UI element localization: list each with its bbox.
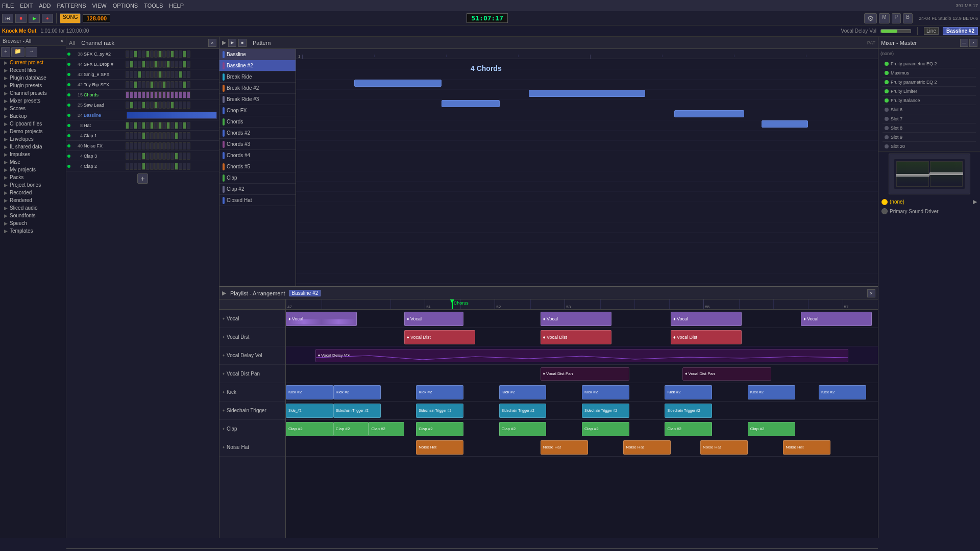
mixer-fx-slot8[interactable]: Slot 8 [883,123,976,133]
sidebar-item-misc[interactable]: ▶ Misc [0,158,66,166]
sidebar-item-clipboard[interactable]: ▶ Clipboard files [0,120,66,128]
piano-note[interactable] [529,90,645,97]
clip-sidechain-3[interactable]: Sidechain Trigger #2 [416,404,463,418]
clip-vocal-dist-pan[interactable]: ♦ Vocal Dist Pan [541,367,629,381]
menu-add[interactable]: ADD [39,3,51,9]
sidebar-item-sliced-audio[interactable]: ▶ Sliced audio [0,204,66,212]
menu-file[interactable]: FILE [2,3,14,9]
track-label-noise-hat[interactable]: ♦ Noise Hat [219,438,285,457]
clip-kick-6[interactable]: Kick #2 [665,385,712,399]
clip-noise-hat[interactable]: Noise Hat [416,440,463,455]
clip-vocal-dist[interactable]: ♦ Vocal Dist [404,330,475,344]
clip-clap-6[interactable]: Clap #2 [582,422,629,436]
clip-vocal-2[interactable]: ♦ Vocal [404,312,463,326]
clip-vocal[interactable]: ♦ Vocal [286,312,357,326]
sidebar-item-recent-files[interactable]: ▶ Recent files [0,66,66,74]
channel-led[interactable] [67,144,70,147]
clip-noise-hat-3[interactable]: Noise Hat [623,440,671,455]
track-label-sidechain[interactable]: ♦ Sidechain Trigger [219,402,285,420]
mixer-fx-slot9[interactable]: Slot 9 [883,133,976,142]
clip-vocal-delay[interactable]: ♦ Vocal Delay Vol [315,349,848,362]
channel-led[interactable] [67,104,70,107]
channel-led[interactable] [67,73,70,76]
menu-tools[interactable]: TOOLS [144,3,163,9]
mixer-close[interactable]: × [969,39,977,47]
sidebar-item-packs[interactable]: ▶ Packs [0,173,66,181]
current-pattern[interactable]: Bassline #2 [943,27,978,35]
output-arrow[interactable]: ▶ [973,198,977,205]
mixer-fx-fruity-limiter[interactable]: Fruity Limiter [883,87,976,96]
channel-led[interactable] [67,155,70,158]
piano-note[interactable] [354,80,442,87]
clip-kick-3[interactable]: Kick #2 [416,385,463,399]
channel-name[interactable]: SFX C..sy #2 [84,52,125,57]
piano-roll-button[interactable]: P [892,13,901,23]
sidebar-item-scores[interactable]: ▶ Scores [0,105,66,112]
clip-sidechain-2[interactable]: Sidechain Trigger #2 [333,404,381,418]
browser-arrow-btn[interactable]: → [26,47,37,57]
line-mode[interactable]: Line [924,27,939,35]
track-label-vocal[interactable]: ♦ Vocal [219,310,285,328]
sidebar-item-il-shared[interactable]: ▶ IL shared data [0,143,66,151]
clip-kick-7[interactable]: Kick #2 [748,385,795,399]
browser-add-btn[interactable]: + [1,47,10,57]
channel-led[interactable] [67,53,70,56]
clip-clap-4[interactable]: Clap #2 [416,422,463,436]
sidebar-item-impulses[interactable]: ▶ Impulses [0,151,66,158]
track-label-clap[interactable]: ♦ Clap [219,420,285,438]
pattern-item-chords4[interactable]: Chords #4 [219,150,296,161]
clip-clap-2[interactable]: Clap #2 [333,422,369,436]
mixer-fx-fruity-eq-2b[interactable]: Fruity parametric EQ 2 [883,78,976,87]
clip-clap-7[interactable]: Clap #2 [665,422,712,436]
pattern-item-chords5[interactable]: Chords #5 [219,161,296,172]
pattern-item-break-ride[interactable]: Break Ride [219,71,296,83]
record-button[interactable]: ● [42,14,53,23]
pattern-item-clap[interactable]: Clap [219,172,296,184]
mixer-fx-slot20[interactable]: Slot 20 [883,142,976,149]
clip-kick-2[interactable]: Kick #2 [333,385,381,399]
bpm-display[interactable]: 128.000 [83,14,110,22]
sidebar-item-project-bones[interactable]: ▶ Project bones [0,181,66,189]
clip-noise-hat-4[interactable]: Noise Hat [700,440,748,455]
pattern-item-bassline2[interactable]: Bassline #2 [219,60,296,71]
clip-clap-3[interactable]: Clap #2 [369,422,404,436]
sidebar-item-current-project[interactable]: ▶ Current project [0,59,66,66]
pattern-item-chords3[interactable]: Chords #3 [219,139,296,150]
track-label-vocal-dist[interactable]: ♦ Vocal Dist [219,328,285,346]
pattern-item-chords2[interactable]: Chords #2 [219,128,296,139]
clip-vocal-dist-pan-2[interactable]: ♦ Vocal Dist Pan [682,367,771,381]
clip-sidechain-6[interactable]: Sidechain Trigger #2 [665,404,712,418]
clip-clap[interactable]: Clap #2 [286,422,333,436]
sidebar-item-recorded[interactable]: ▶ Recorded [0,189,66,196]
pattern-stop-btn[interactable]: ■ [238,39,247,47]
channel-led[interactable] [67,165,70,168]
clip-vocal-3[interactable]: ♦ Vocal [541,312,611,326]
clip-vocal-dist-2[interactable]: ♦ Vocal Dist [541,330,611,344]
pattern-play-btn[interactable]: ▶ [228,39,236,47]
mixer-minimize[interactable]: — [960,39,968,47]
sidebar-item-plugin-presets[interactable]: ▶ Plugin presets [0,82,66,89]
menu-patterns[interactable]: PATTERNS [57,3,86,9]
menu-help[interactable]: HELP [169,3,184,9]
mixer-fx-maximus[interactable]: Maximus [883,68,976,78]
pattern-item-closed-hat[interactable]: Closed Hat [219,195,296,206]
track-label-vocal-delay[interactable]: ♦ Vocal Delay Vol [219,346,285,365]
sidebar-item-plugin-database[interactable]: ▶ Plugin database [0,74,66,82]
track-label-vocal-dist-pan[interactable]: ♦ Vocal Dist Pan [219,365,285,383]
channel-led[interactable] [67,134,70,137]
channel-led[interactable] [67,93,70,96]
channel-led[interactable] [67,114,70,117]
mixer-fx-slot6[interactable]: Slot 6 [883,105,976,114]
clip-kick[interactable]: Kick #2 [286,385,333,399]
track-label-kick[interactable]: ♦ Kick [219,383,285,402]
song-mode-button[interactable]: SONG [60,13,81,23]
menu-options[interactable]: OPTIONS [113,3,138,9]
pattern-item-bassline[interactable]: Bassline [219,49,296,60]
mixer-button[interactable]: M [879,13,889,23]
clip-sidechain-5[interactable]: Sidechain Trigger #2 [582,404,629,418]
channel-rack-close[interactable]: × [208,39,216,47]
settings-button[interactable]: ⚙ [864,13,877,23]
add-channel-btn[interactable]: + [137,173,148,184]
clip-noise-hat-5[interactable]: Noise Hat [783,440,830,455]
clip-sidechain-4[interactable]: Sidechain Trigger #2 [499,404,547,418]
